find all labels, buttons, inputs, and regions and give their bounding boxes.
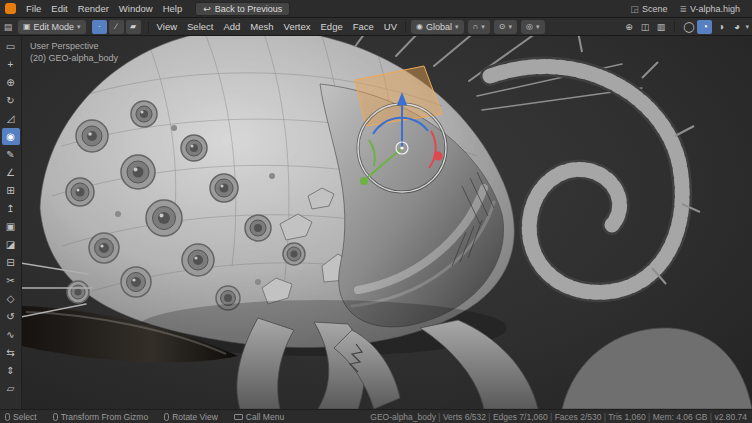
hint-rotate-label: Rotate View	[172, 412, 218, 422]
menu-help[interactable]: Help	[158, 0, 188, 17]
hint-menu-label: Call Menu	[246, 412, 284, 422]
back-icon: ↩	[203, 4, 211, 14]
tool-shelf: ▭ + ⊕ ↻ ◿ ◉ ✎ ∠ ⊞ ↥ ▣ ◪ ⊟ ✂ ◇ ↺ ∿ ⇆ ⇕ ▱	[0, 36, 22, 409]
stat-version: v2.80.74	[707, 412, 747, 422]
hint-transform-gizmo: Transform From Gizmo	[53, 412, 149, 422]
mouse-left-icon	[5, 413, 10, 421]
active-object-label: (20) GEO-alpha_body	[30, 52, 118, 64]
select-mode-group: ∙ ∕ ▰	[91, 20, 142, 34]
tool-measure[interactable]: ∠	[2, 164, 20, 181]
show-gizmo-icon[interactable]: ⊕	[621, 20, 636, 34]
shading-rendered-icon[interactable]: ◕	[729, 20, 744, 34]
orientation-dropdown[interactable]: ◉ Global ▾	[411, 20, 464, 34]
tool-loop-cut[interactable]: ⊟	[2, 254, 20, 271]
tool-shrink-fatten[interactable]: ⇕	[2, 362, 20, 379]
tool-add-cube[interactable]: ⊞	[2, 182, 20, 199]
stat-edges: Edges 7/1,060	[486, 412, 548, 422]
menu-edit[interactable]: Edit	[46, 0, 72, 17]
tool-smooth[interactable]: ∿	[2, 326, 20, 343]
menu-vertex[interactable]: Vertex	[279, 21, 316, 32]
viewport-3d[interactable]: User Perspective (20) GEO-alpha_body	[22, 36, 752, 409]
hint-transform-label: Transform From Gizmo	[61, 412, 149, 422]
mouse-drag-icon	[53, 413, 58, 421]
viewport-overlay: User Perspective (20) GEO-alpha_body	[30, 40, 118, 64]
menu-uv[interactable]: UV	[379, 21, 402, 32]
menu-mesh[interactable]: Mesh	[245, 21, 278, 32]
tool-edge-slide[interactable]: ⇆	[2, 344, 20, 361]
back-label: Back to Previous	[215, 4, 283, 14]
scene-stats: GEO-alpha_bodyVerts 6/532Edges 7/1,060Fa…	[370, 412, 747, 422]
shading-material-icon[interactable]: ◑	[713, 20, 728, 34]
tool-poly-build[interactable]: ◇	[2, 290, 20, 307]
creature-hind-leg[interactable]	[562, 328, 752, 409]
magnet-icon: ∩	[473, 22, 479, 31]
edge-select-button[interactable]: ∕	[109, 20, 124, 34]
menu-render[interactable]: Render	[73, 0, 114, 17]
face-select-button[interactable]: ▰	[126, 20, 141, 34]
chevron-down-icon: ▾	[509, 23, 513, 31]
stat-object-name: GEO-alpha_body	[370, 412, 436, 422]
stat-faces: Faces 2/530	[548, 412, 602, 422]
proportional-dropdown[interactable]: ◎ ▾	[521, 20, 545, 34]
tool-transform[interactable]: ◉	[2, 128, 20, 145]
chevron-down-icon: ▾	[77, 23, 81, 31]
hint-rotate-view: Rotate View	[164, 412, 218, 422]
tool-cursor[interactable]: +	[2, 56, 20, 73]
gizmo-move-x-tip[interactable]	[434, 152, 443, 161]
menu-add[interactable]: Add	[218, 21, 245, 32]
back-to-previous-button[interactable]: ↩ Back to Previous	[195, 2, 290, 16]
mode-dropdown[interactable]: ▣ Edit Mode ▾	[18, 20, 86, 34]
menu-file[interactable]: File	[21, 0, 46, 17]
menu-window[interactable]: Window	[114, 0, 158, 17]
blender-logo-icon[interactable]	[5, 3, 16, 14]
editor-type-button[interactable]: ▤	[0, 22, 16, 32]
scene-icon: ◲	[630, 4, 639, 14]
tool-extrude-region[interactable]: ↥	[2, 200, 20, 217]
hint-select-label: Select	[13, 412, 37, 422]
view-layer-label: V-alpha.high	[690, 4, 740, 14]
creature-tail[interactable]	[490, 36, 700, 292]
tool-bevel[interactable]: ◪	[2, 236, 20, 253]
mode-label: Edit Mode	[34, 22, 75, 32]
tool-inset-faces[interactable]: ▣	[2, 218, 20, 235]
edit-mode-icon: ▣	[23, 22, 31, 31]
view-layer-icon: ≣	[679, 4, 687, 14]
menu-edge[interactable]: Edge	[316, 21, 348, 32]
tool-rotate[interactable]: ↻	[2, 92, 20, 109]
tool-shear[interactable]: ▱	[2, 380, 20, 397]
menu-select[interactable]: Select	[182, 21, 218, 32]
mouse-middle-icon	[164, 413, 169, 421]
xray-toggle-icon[interactable]: ▥	[653, 20, 668, 34]
hint-select: Select	[5, 412, 37, 422]
creature-head-shell[interactable]	[320, 84, 504, 327]
tool-move[interactable]: ⊕	[2, 74, 20, 91]
keyboard-icon	[234, 414, 243, 420]
orientation-icon: ◉	[416, 22, 423, 31]
shading-solid-icon[interactable]: ◔	[697, 20, 712, 34]
menu-face[interactable]: Face	[348, 21, 379, 32]
chevron-down-icon: ▾	[481, 23, 485, 31]
scene-selector[interactable]: ◲ Scene	[630, 4, 667, 14]
tool-annotate[interactable]: ✎	[2, 146, 20, 163]
shading-wireframe-icon[interactable]: ◯	[681, 20, 696, 34]
orientation-label: Global	[426, 22, 452, 32]
vertex-select-button[interactable]: ∙	[92, 20, 107, 34]
view-layer-selector[interactable]: ≣ V-alpha.high	[679, 4, 740, 14]
tool-spin[interactable]: ↺	[2, 308, 20, 325]
stat-memory: Mem: 4.06 GB	[646, 412, 708, 422]
pivot-dropdown[interactable]: ⊙ ▾	[494, 20, 517, 34]
chevron-down-icon: ▾	[455, 23, 459, 31]
gizmo-move-y-tip[interactable]	[360, 177, 368, 185]
tool-knife[interactable]: ✂	[2, 272, 20, 289]
snap-dropdown[interactable]: ∩ ▾	[468, 20, 490, 34]
chevron-down-icon: ▾	[536, 23, 540, 31]
tool-scale[interactable]: ◿	[2, 110, 20, 127]
tool-select-box[interactable]: ▭	[2, 38, 20, 55]
scene-render[interactable]	[22, 36, 752, 409]
view-object-types-group: ⊕ ◫ ▥	[621, 20, 668, 34]
pivot-icon: ⊙	[499, 22, 506, 31]
overlays-icon[interactable]: ◫	[637, 20, 652, 34]
chevron-down-icon: ▾	[745, 23, 749, 31]
menu-view[interactable]: View	[152, 21, 182, 32]
stat-verts: Verts 6/532	[436, 412, 486, 422]
